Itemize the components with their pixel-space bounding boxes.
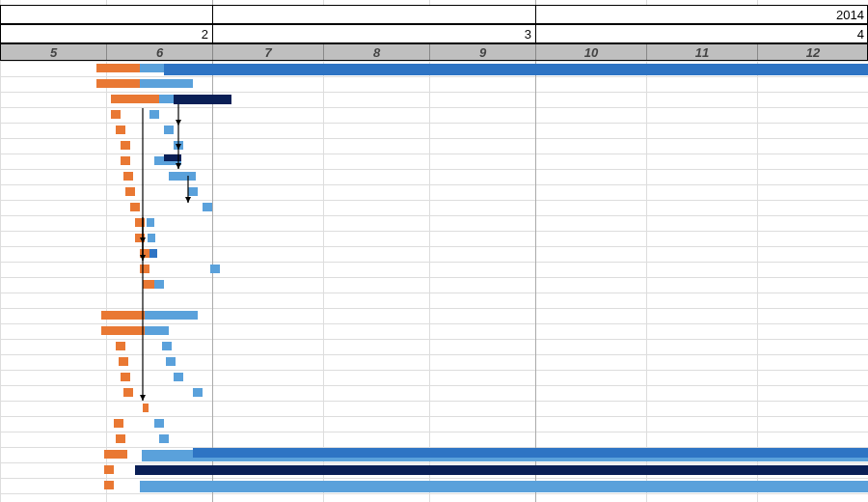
gantt-bar[interactable] xyxy=(210,265,220,273)
gantt-bar[interactable] xyxy=(193,388,203,397)
grid-hline xyxy=(0,401,868,402)
grid-hline xyxy=(0,215,868,216)
gantt-bar[interactable] xyxy=(148,234,155,242)
grid-vline xyxy=(757,0,758,502)
gantt-bar[interactable] xyxy=(162,342,172,350)
grid-hline xyxy=(0,153,868,154)
gantt-bar[interactable] xyxy=(203,203,212,211)
gantt-bar[interactable] xyxy=(147,218,154,227)
gantt-bar[interactable] xyxy=(135,234,145,242)
gantt-bar[interactable] xyxy=(96,64,140,72)
grid-vline xyxy=(212,0,213,502)
month-header-cell[interactable]: 8 xyxy=(324,44,430,60)
quarter-label: 3 xyxy=(525,27,531,42)
gantt-bar[interactable] xyxy=(154,419,164,428)
gantt-bar[interactable] xyxy=(111,95,159,103)
gantt-bar[interactable] xyxy=(193,448,868,458)
month-header-cell[interactable]: 10 xyxy=(536,44,647,60)
gantt-bar[interactable] xyxy=(145,311,198,320)
gantt-bar[interactable] xyxy=(101,326,145,335)
dependency-arrows xyxy=(0,0,868,502)
month-header-cell[interactable]: 7 xyxy=(213,44,324,60)
gantt-bar[interactable] xyxy=(121,156,130,165)
year-cell xyxy=(1,6,213,23)
gantt-bar[interactable] xyxy=(169,172,196,181)
gantt-bar[interactable] xyxy=(123,172,133,181)
gantt-bar[interactable] xyxy=(164,126,174,134)
grid-hline xyxy=(0,123,868,124)
gantt-bar[interactable] xyxy=(116,126,125,134)
grid-hline xyxy=(0,462,868,463)
gantt-bar[interactable] xyxy=(116,434,125,443)
gantt-bar[interactable] xyxy=(121,141,130,150)
grid-vline xyxy=(323,0,324,502)
gantt-bar[interactable] xyxy=(174,95,231,104)
gantt-bar[interactable] xyxy=(164,64,868,75)
grid-hline xyxy=(0,169,868,170)
gantt-bar[interactable] xyxy=(130,203,140,211)
gantt-bar[interactable] xyxy=(119,357,128,366)
grid-hline xyxy=(0,61,868,62)
grid-hline xyxy=(0,478,868,479)
gantt-bar[interactable] xyxy=(149,110,159,119)
gantt-bar[interactable] xyxy=(143,280,154,289)
year-cell xyxy=(213,6,536,23)
gantt-bar[interactable] xyxy=(140,249,149,258)
grid-hline xyxy=(0,339,868,340)
month-header-cell[interactable]: 5 xyxy=(1,44,107,60)
gantt-bar[interactable] xyxy=(188,187,198,196)
gantt-bar[interactable] xyxy=(96,79,140,88)
grid-hline xyxy=(0,262,868,263)
gantt-bar[interactable] xyxy=(159,95,174,103)
gantt-bar[interactable] xyxy=(164,154,181,161)
gantt-bar[interactable] xyxy=(135,465,868,475)
month-header-cell[interactable]: 11 xyxy=(647,44,758,60)
gantt-bar[interactable] xyxy=(104,450,127,459)
grid-vline xyxy=(106,0,107,502)
gantt-bar[interactable] xyxy=(174,373,183,381)
gantt-bar[interactable] xyxy=(154,280,164,289)
grid-hline xyxy=(0,107,868,108)
month-header-cell[interactable]: 9 xyxy=(430,44,536,60)
gantt-bar[interactable] xyxy=(135,218,145,227)
grid-hline xyxy=(0,385,868,386)
grid-hline xyxy=(0,293,868,293)
gantt-bar[interactable] xyxy=(101,311,145,320)
month-header-cell[interactable]: 12 xyxy=(758,44,868,60)
grid-hline xyxy=(0,370,868,371)
gantt-bar[interactable] xyxy=(140,79,193,88)
grid-vline xyxy=(429,0,430,502)
grid-hline xyxy=(0,432,868,432)
quarter-cell: 3 xyxy=(213,25,536,42)
gantt-bar[interactable] xyxy=(111,110,121,119)
grid-vline xyxy=(535,0,536,502)
gantt-bar[interactable] xyxy=(104,481,114,489)
grid-hline xyxy=(0,323,868,324)
grid-vline xyxy=(0,0,1,502)
quarter-cell: 2 xyxy=(1,25,213,42)
grid-hline xyxy=(0,92,868,93)
grid-hline xyxy=(0,184,868,185)
gantt-bar[interactable] xyxy=(174,141,183,150)
year-label: 2014 xyxy=(836,8,864,22)
gantt-bar[interactable] xyxy=(123,388,133,397)
month-header-cell[interactable]: 6 xyxy=(107,44,213,60)
gantt-chart-viewport: 201423456789101112 xyxy=(0,0,868,502)
gantt-bar[interactable] xyxy=(145,326,169,335)
gantt-bar[interactable] xyxy=(140,265,149,273)
gantt-bar[interactable] xyxy=(159,434,169,443)
grid-vline xyxy=(646,0,647,502)
quarter-row: 234 xyxy=(0,24,868,43)
gantt-bar[interactable] xyxy=(116,342,125,350)
grid-hline xyxy=(0,308,868,309)
month-header-row: 56789101112 xyxy=(0,43,868,61)
gantt-bar[interactable] xyxy=(125,187,135,196)
gantt-bar[interactable] xyxy=(166,357,176,366)
grid-hline xyxy=(0,200,868,201)
gantt-bar[interactable] xyxy=(121,373,130,381)
gantt-bar[interactable] xyxy=(104,465,114,474)
gantt-bar[interactable] xyxy=(143,404,149,412)
gantt-bar[interactable] xyxy=(114,419,123,428)
gantt-bar[interactable] xyxy=(140,481,868,492)
gantt-bar[interactable] xyxy=(149,249,157,258)
